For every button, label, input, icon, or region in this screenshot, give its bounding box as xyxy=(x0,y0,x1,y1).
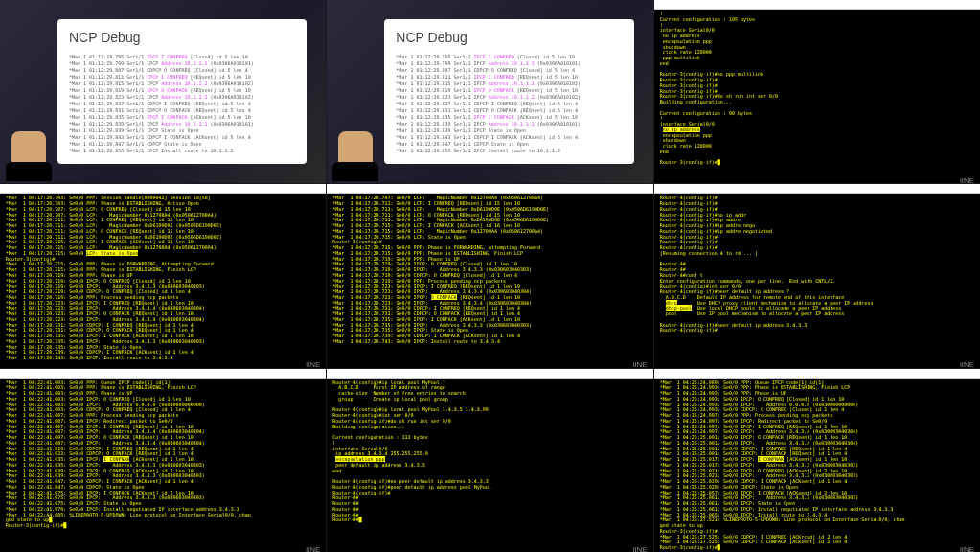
terminal-i[interactable]: *Mar 1 04:25:24.989: Se0/0 PPP: Queue IP… xyxy=(654,369,980,552)
slide-card: NCP Debug *Mar 1 01:12:29.795 Ser1/1 IPC… xyxy=(384,19,633,164)
terminal-g[interactable]: *Mar 1 04:22:41.003: Se0/0 PPP: Queue IP… xyxy=(0,369,326,552)
ine-logo: iINE xyxy=(633,545,648,552)
slide-panel-1: NCP Debug *Mar 1 01:12:29.795 Ser1/1 IPC… xyxy=(0,0,326,183)
window-titlebar xyxy=(0,184,326,194)
ine-logo: iINE xyxy=(960,545,974,552)
terminal-e[interactable]: *Mar 1 04:17:20.707: Se0/0 LCP: MagicNum… xyxy=(327,184,652,367)
window-titlebar xyxy=(654,369,980,379)
terminal-c[interactable]: !Current configuration : 105 bytes!inter… xyxy=(654,0,980,183)
window-titlebar xyxy=(654,0,980,10)
window-titlebar xyxy=(327,184,652,194)
presenter-avatar xyxy=(11,131,46,173)
presenter-avatar xyxy=(338,131,373,173)
slide-title: NCP Debug xyxy=(69,29,295,48)
ine-logo: iINE xyxy=(306,545,320,552)
video-thumbnail-grid: NCP Debug *Mar 1 01:12:29.795 Ser1/1 IPC… xyxy=(0,0,980,552)
slide-title: NCP Debug xyxy=(396,29,622,48)
ine-logo: iINE xyxy=(633,360,648,367)
window-titlebar xyxy=(0,369,326,379)
slide-card: NCP Debug *Mar 1 01:12:29.795 Ser1/1 IPC… xyxy=(57,19,307,164)
ine-logo: iINE xyxy=(960,176,974,183)
window-titlebar xyxy=(654,184,980,194)
terminal-h[interactable]: Router-4(config)#ip local pool MyPool ? … xyxy=(327,369,652,552)
ine-logo: iINE xyxy=(960,360,974,367)
terminal-f[interactable]: Router-4(config-if)#Router-4(config-if)#… xyxy=(654,184,980,367)
ine-logo: iINE xyxy=(306,360,320,367)
slide-body: *Mar 1 01:12:29.795 Ser1/1 IPCP I CONFRE… xyxy=(69,54,295,154)
terminal-d[interactable]: *Mar 1 04:17:20.703: Se0/0 PPP: Session … xyxy=(0,184,326,367)
window-titlebar xyxy=(327,369,652,379)
slide-panel-2: NCP Debug *Mar 1 01:12:29.795 Ser1/1 IPC… xyxy=(327,0,652,183)
slide-body: *Mar 1 01:12:29.795 Ser1/1 IPCP I CONFRE… xyxy=(396,54,622,154)
